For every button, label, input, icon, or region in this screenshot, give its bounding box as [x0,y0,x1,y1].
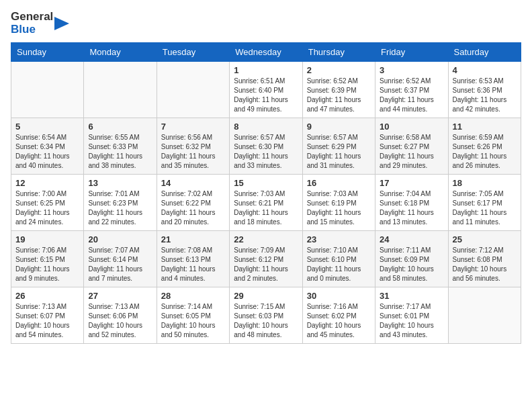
logo-general-text: General [11,11,53,24]
day-info: Sunrise: 7:05 AM Sunset: 6:17 PM Dayligh… [453,189,517,227]
day-number: 15 [234,178,298,188]
day-info: Sunrise: 7:00 AM Sunset: 6:25 PM Dayligh… [15,189,79,227]
day-number: 3 [380,65,443,75]
day-number: 18 [453,178,517,188]
day-info: Sunrise: 7:14 AM Sunset: 6:05 PM Dayligh… [161,302,225,340]
calendar-cell [84,62,157,118]
calendar-cell [157,62,229,118]
calendar-cell: 11Sunrise: 6:59 AM Sunset: 6:26 PM Dayli… [448,118,521,175]
day-number: 14 [161,178,225,188]
calendar-cell: 7Sunrise: 6:56 AM Sunset: 6:32 PM Daylig… [157,118,229,175]
calendar-header-row: SundayMondayTuesdayWednesdayThursdayFrid… [11,43,521,62]
calendar-cell: 16Sunrise: 7:03 AM Sunset: 6:19 PM Dayli… [302,175,375,231]
calendar-cell: 8Sunrise: 6:57 AM Sunset: 6:30 PM Daylig… [230,118,302,175]
svg-marker-0 [54,17,69,30]
day-number: 26 [15,291,79,301]
calendar-cell: 30Sunrise: 7:16 AM Sunset: 6:02 PM Dayli… [302,287,375,344]
day-number: 8 [234,122,298,132]
weekday-header-thursday: Thursday [302,43,375,62]
day-number: 25 [453,234,517,244]
calendar-cell: 24Sunrise: 7:11 AM Sunset: 6:09 PM Dayli… [375,231,448,287]
weekday-header-sunday: Sunday [11,43,84,62]
calendar-cell: 18Sunrise: 7:05 AM Sunset: 6:17 PM Dayli… [448,175,521,231]
day-number: 28 [161,291,225,301]
day-info: Sunrise: 7:08 AM Sunset: 6:13 PM Dayligh… [161,246,225,283]
day-info: Sunrise: 6:57 AM Sunset: 6:29 PM Dayligh… [307,133,371,171]
calendar-cell: 22Sunrise: 7:09 AM Sunset: 6:12 PM Dayli… [230,231,302,287]
calendar-cell [448,287,521,344]
day-info: Sunrise: 7:10 AM Sunset: 6:10 PM Dayligh… [307,246,371,283]
calendar-cell: 19Sunrise: 7:06 AM Sunset: 6:15 PM Dayli… [11,231,84,287]
calendar-cell: 26Sunrise: 7:13 AM Sunset: 6:07 PM Dayli… [11,287,84,344]
day-info: Sunrise: 7:15 AM Sunset: 6:03 PM Dayligh… [234,302,298,340]
calendar-cell: 28Sunrise: 7:14 AM Sunset: 6:05 PM Dayli… [157,287,229,344]
calendar-cell: 13Sunrise: 7:01 AM Sunset: 6:23 PM Dayli… [84,175,157,231]
day-number: 23 [307,234,371,244]
calendar-row: 19Sunrise: 7:06 AM Sunset: 6:15 PM Dayli… [11,231,521,287]
day-number: 20 [88,234,152,244]
calendar-row: 5Sunrise: 6:54 AM Sunset: 6:34 PM Daylig… [11,118,521,175]
calendar-cell: 21Sunrise: 7:08 AM Sunset: 6:13 PM Dayli… [157,231,229,287]
day-info: Sunrise: 7:13 AM Sunset: 6:06 PM Dayligh… [88,302,152,340]
day-number: 4 [453,65,517,75]
calendar-cell: 12Sunrise: 7:00 AM Sunset: 6:25 PM Dayli… [11,175,84,231]
calendar-cell: 9Sunrise: 6:57 AM Sunset: 6:29 PM Daylig… [302,118,375,175]
day-info: Sunrise: 6:52 AM Sunset: 6:39 PM Dayligh… [307,77,371,114]
day-info: Sunrise: 7:12 AM Sunset: 6:08 PM Dayligh… [453,246,517,283]
day-info: Sunrise: 6:59 AM Sunset: 6:26 PM Dayligh… [453,133,517,171]
day-number: 19 [15,234,79,244]
day-number: 6 [88,122,152,132]
day-info: Sunrise: 6:52 AM Sunset: 6:37 PM Dayligh… [380,77,443,114]
day-info: Sunrise: 7:07 AM Sunset: 6:14 PM Dayligh… [88,246,152,283]
logo-blue-text: Blue [11,24,53,36]
day-info: Sunrise: 7:01 AM Sunset: 6:23 PM Dayligh… [88,189,152,227]
weekday-header-friday: Friday [375,43,448,62]
calendar-row: 12Sunrise: 7:00 AM Sunset: 6:25 PM Dayli… [11,175,521,231]
weekday-header-saturday: Saturday [448,43,521,62]
calendar-cell: 27Sunrise: 7:13 AM Sunset: 6:06 PM Dayli… [84,287,157,344]
day-info: Sunrise: 7:16 AM Sunset: 6:02 PM Dayligh… [307,302,371,340]
day-number: 7 [161,122,225,132]
day-number: 9 [307,122,371,132]
day-number: 31 [380,291,443,301]
calendar-cell: 20Sunrise: 7:07 AM Sunset: 6:14 PM Dayli… [84,231,157,287]
calendar-cell: 10Sunrise: 6:58 AM Sunset: 6:27 PM Dayli… [375,118,448,175]
day-info: Sunrise: 7:13 AM Sunset: 6:07 PM Dayligh… [15,302,79,340]
day-info: Sunrise: 7:09 AM Sunset: 6:12 PM Dayligh… [234,246,298,283]
day-info: Sunrise: 6:57 AM Sunset: 6:30 PM Dayligh… [234,133,298,171]
day-info: Sunrise: 7:03 AM Sunset: 6:19 PM Dayligh… [307,189,371,227]
day-number: 24 [380,234,443,244]
day-info: Sunrise: 7:06 AM Sunset: 6:15 PM Dayligh… [15,246,79,283]
day-info: Sunrise: 6:55 AM Sunset: 6:33 PM Dayligh… [88,133,152,171]
calendar-cell: 31Sunrise: 7:17 AM Sunset: 6:01 PM Dayli… [375,287,448,344]
calendar-cell: 5Sunrise: 6:54 AM Sunset: 6:34 PM Daylig… [11,118,84,175]
day-info: Sunrise: 7:11 AM Sunset: 6:09 PM Dayligh… [380,246,443,283]
day-number: 11 [453,122,517,132]
calendar-cell [11,62,84,118]
weekday-header-monday: Monday [84,43,157,62]
day-number: 13 [88,178,152,188]
day-number: 5 [15,122,79,132]
day-number: 30 [307,291,371,301]
day-info: Sunrise: 7:03 AM Sunset: 6:21 PM Dayligh… [234,189,298,227]
calendar-cell: 15Sunrise: 7:03 AM Sunset: 6:21 PM Dayli… [230,175,302,231]
day-info: Sunrise: 7:17 AM Sunset: 6:01 PM Dayligh… [380,302,443,340]
day-info: Sunrise: 7:02 AM Sunset: 6:22 PM Dayligh… [161,189,225,227]
calendar-cell: 23Sunrise: 7:10 AM Sunset: 6:10 PM Dayli… [302,231,375,287]
calendar-table: SundayMondayTuesdayWednesdayThursdayFrid… [11,42,521,344]
day-info: Sunrise: 6:53 AM Sunset: 6:36 PM Dayligh… [453,77,517,114]
weekday-header-tuesday: Tuesday [157,43,229,62]
calendar-cell: 3Sunrise: 6:52 AM Sunset: 6:37 PM Daylig… [375,62,448,118]
day-number: 29 [234,291,298,301]
logo-bird-icon [54,14,69,33]
day-number: 21 [161,234,225,244]
day-info: Sunrise: 6:51 AM Sunset: 6:40 PM Dayligh… [234,77,298,114]
day-number: 16 [307,178,371,188]
calendar-cell: 1Sunrise: 6:51 AM Sunset: 6:40 PM Daylig… [230,62,302,118]
day-number: 12 [15,178,79,188]
day-number: 17 [380,178,443,188]
calendar-cell: 14Sunrise: 7:02 AM Sunset: 6:22 PM Dayli… [157,175,229,231]
day-info: Sunrise: 6:56 AM Sunset: 6:32 PM Dayligh… [161,133,225,171]
weekday-header-wednesday: Wednesday [230,43,302,62]
calendar-cell: 2Sunrise: 6:52 AM Sunset: 6:39 PM Daylig… [302,62,375,118]
